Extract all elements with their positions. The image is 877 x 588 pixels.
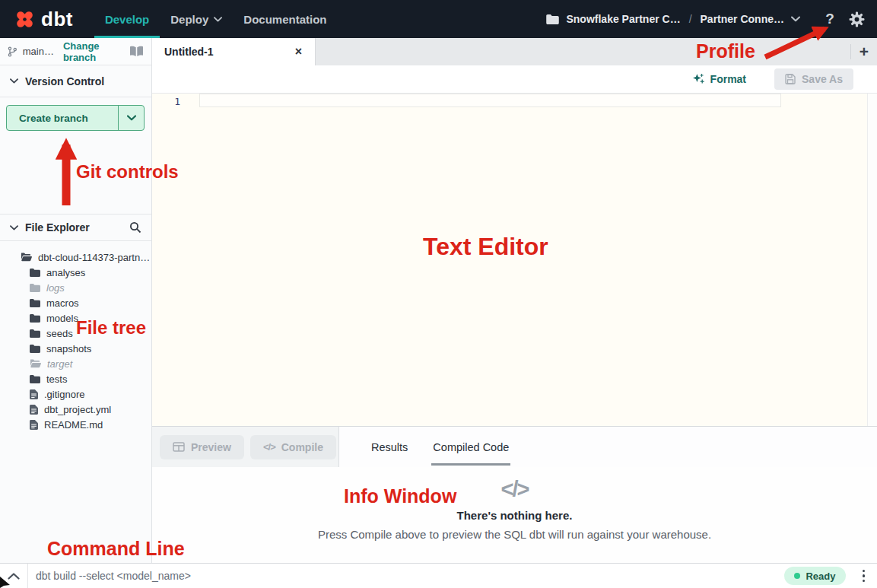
current-branch-label: main… [23, 46, 54, 57]
code-icon: </> [263, 441, 275, 453]
tree-item-label: tests [46, 373, 67, 385]
folder-icon [30, 269, 40, 277]
results-panel-header: Preview </> Compile Results Compiled Cod… [152, 427, 877, 467]
brand-name: dbt [41, 8, 73, 31]
project-selector[interactable]: Snowflake Partner C… / Partner Conne… [546, 13, 800, 25]
tree-item-label: seeds [46, 328, 73, 339]
version-control-title: Version Control [25, 75, 104, 87]
file-explorer-header[interactable]: File Explorer [0, 214, 151, 241]
nav-develop[interactable]: Develop [94, 0, 160, 38]
tree-item-snapshots[interactable]: snapshots [0, 341, 151, 356]
sidebar: main… Change branch Version Control Crea… [0, 38, 152, 563]
folder-icon [546, 14, 559, 24]
folder-icon [30, 284, 40, 292]
tree-item-tests[interactable]: tests [0, 371, 151, 386]
create-branch-caret[interactable] [119, 106, 144, 130]
docs-book-icon[interactable] [129, 46, 144, 57]
tree-item-macros[interactable]: macros [0, 295, 151, 310]
format-label: Format [710, 73, 746, 85]
version-control-body: Create branch [0, 97, 151, 214]
status-dot-icon [794, 573, 800, 579]
tree-item-label: macros [46, 297, 79, 309]
editor-tab-bar: Untitled-1 × + [152, 38, 877, 65]
search-icon[interactable] [129, 221, 141, 234]
navbar-right: Snowflake Partner C… / Partner Conne… ? [546, 11, 877, 27]
code-editor[interactable]: 1 [152, 94, 877, 426]
tab-compiled-code[interactable]: Compiled Code [433, 427, 509, 467]
folder-icon [30, 299, 40, 307]
breadcrumb-separator: / [688, 13, 694, 25]
tree-item-models[interactable]: models [0, 310, 151, 326]
chevron-down-icon [214, 17, 222, 22]
new-tab-button[interactable]: + [851, 38, 877, 65]
kebab-menu-icon[interactable] [856, 567, 872, 586]
current-line-highlight [199, 94, 781, 107]
tree-item-label: snapshots [46, 343, 91, 354]
tree-item-label: models [46, 313, 78, 324]
settings-gear-icon[interactable] [849, 11, 865, 27]
tab-bar-filler [316, 38, 850, 65]
change-branch-link[interactable]: Change branch [63, 40, 124, 63]
compile-button[interactable]: </> Compile [250, 435, 336, 459]
save-as-label: Save As [802, 73, 843, 85]
project-name: Partner Conne… [701, 13, 784, 25]
tree-item-logs[interactable]: logs [0, 280, 151, 295]
panel-empty-state: </> There's nothing here. Press Compile … [152, 467, 877, 563]
account-name: Snowflake Partner C… [566, 13, 680, 25]
tree-item-analyses[interactable]: analyses [0, 265, 151, 280]
chevron-down-icon [127, 115, 136, 121]
tab-untitled-1[interactable]: Untitled-1 × [152, 38, 316, 65]
create-branch-button[interactable]: Create branch [7, 106, 119, 130]
help-icon[interactable]: ? [821, 11, 838, 27]
tree-item-seeds[interactable]: seeds [0, 326, 151, 341]
nav-deploy[interactable]: Deploy [160, 0, 233, 38]
tree-item-label: analyses [46, 267, 85, 278]
tree-item-readme[interactable]: README.md [0, 417, 151, 432]
nav-documentation[interactable]: Documentation [233, 0, 337, 38]
save-as-button[interactable]: Save As [774, 68, 853, 90]
branch-bar: main… Change branch [0, 38, 151, 65]
version-control-header[interactable]: Version Control [0, 65, 151, 97]
folder-icon [30, 345, 40, 353]
tree-item-target[interactable]: target [0, 356, 151, 371]
file-icon [30, 405, 38, 415]
preview-label: Preview [191, 441, 231, 453]
editor-toolbar: Format Save As [152, 65, 877, 94]
file-tree: dbt-cloud-114373-partn… analyses logs ma… [0, 241, 151, 432]
preview-button[interactable]: Preview [160, 435, 244, 459]
tree-item-label: README.md [44, 419, 103, 431]
folder-icon [30, 375, 40, 383]
code-icon: </> [501, 477, 529, 502]
folder-open-icon [21, 253, 32, 262]
panel-actions: Preview </> Compile [152, 427, 339, 467]
line-number: 1 [169, 96, 180, 107]
expand-command-bar-button[interactable] [0, 564, 28, 588]
results-panel: Preview </> Compile Results Compiled Cod… [152, 426, 877, 563]
tab-results[interactable]: Results [371, 427, 408, 467]
tree-item-label: logs [46, 282, 65, 294]
dbt-cloud-ide: dbt Develop Deploy Documentation Snowfla… [0, 0, 877, 588]
dbt-logo-icon [14, 8, 36, 30]
tree-item-gitignore[interactable]: .gitignore [0, 386, 151, 402]
tree-item-label: dbt_project.yml [44, 404, 111, 415]
tree-item-project-root[interactable]: dbt-cloud-114373-partn… [0, 250, 151, 265]
format-button[interactable]: Format [692, 73, 746, 86]
command-input[interactable] [28, 570, 784, 582]
command-bar: Ready [0, 563, 877, 588]
file-icon [30, 389, 38, 399]
table-icon [173, 442, 185, 452]
tree-item-label: target [47, 358, 72, 370]
editor-scrollbar-gutter[interactable] [867, 94, 877, 426]
tab-close-icon[interactable]: × [293, 45, 304, 59]
tree-item-dbt-project-yml[interactable]: dbt_project.yml [0, 402, 151, 417]
chevron-up-icon [8, 573, 20, 580]
chevron-down-icon [791, 16, 800, 22]
dbt-logo[interactable]: dbt [14, 8, 73, 31]
compile-label: Compile [281, 441, 323, 453]
chevron-down-icon [10, 225, 18, 230]
file-explorer-title: File Explorer [25, 221, 90, 234]
sparkle-icon [692, 73, 705, 86]
create-branch-split-button: Create branch [6, 105, 145, 131]
save-icon [785, 74, 796, 84]
status-badge: Ready [784, 567, 845, 585]
